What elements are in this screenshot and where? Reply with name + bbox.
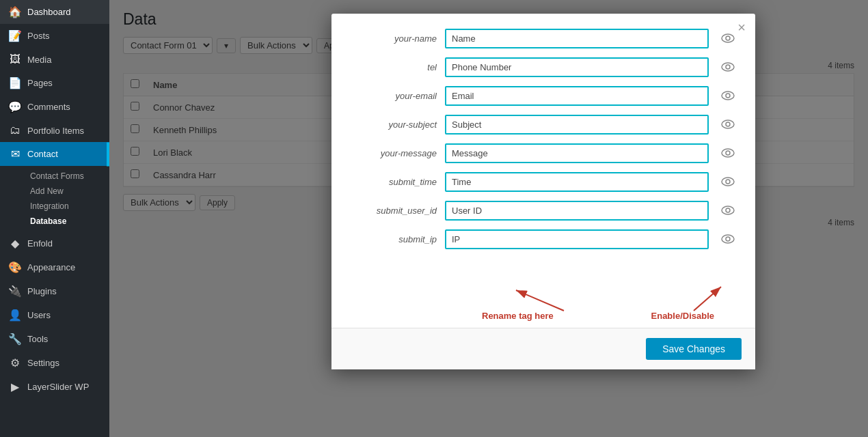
posts-icon: 📝: [8, 29, 22, 42]
layerslider-icon: ▶: [8, 380, 22, 393]
field-input-2[interactable]: [445, 86, 709, 106]
svg-point-1: [726, 36, 730, 40]
eye-button-7[interactable]: [717, 228, 739, 250]
svg-point-2: [722, 63, 734, 71]
sidebar-sub-contact-forms[interactable]: Contact Forms: [25, 169, 109, 184]
sidebar-item-layerslider[interactable]: ▶ LayerSlider WP: [0, 375, 109, 399]
svg-point-10: [722, 178, 734, 186]
modal-field-row-2: your-email: [348, 85, 739, 107]
field-tag-4: your-message: [348, 148, 437, 158]
modal-field-row-0: your-name: [348, 27, 739, 49]
svg-point-7: [726, 122, 730, 126]
sidebar-label-layerslider: LayerSlider WP: [27, 382, 89, 392]
portfolio-icon: 🗂: [8, 124, 22, 137]
svg-line-19: [694, 287, 721, 311]
sidebar-item-pages[interactable]: 📄 Pages: [0, 71, 109, 95]
sidebar: 🏠 Dashboard 📝 Posts 🖼 Media 📄 Pages 💬 Co…: [0, 0, 109, 437]
eye-button-4[interactable]: [717, 142, 739, 164]
modal-close-button[interactable]: ×: [737, 20, 746, 34]
sidebar-sub-integration[interactable]: Integration: [25, 199, 109, 214]
sidebar-label-media: Media: [27, 55, 51, 65]
field-input-5[interactable]: [445, 172, 709, 192]
svg-point-6: [722, 120, 734, 128]
modal-field-row-3: your-subject: [348, 113, 739, 135]
field-tag-7: submit_ip: [348, 234, 437, 244]
eye-button-0[interactable]: [717, 27, 739, 49]
sidebar-item-enfold[interactable]: ◆ Enfold: [0, 231, 109, 255]
svg-point-4: [722, 91, 734, 100]
sidebar-label-enfold: Enfold: [27, 238, 53, 249]
sidebar-label-contact: Contact: [27, 149, 58, 159]
field-tag-0: your-name: [348, 33, 437, 44]
field-tag-1: tel: [348, 62, 437, 72]
contact-icon: ✉: [8, 147, 22, 160]
pages-icon: 📄: [8, 76, 22, 89]
modal: × your-name tel your-email: [331, 14, 755, 369]
eye-button-1[interactable]: [717, 56, 739, 78]
field-input-3[interactable]: [445, 115, 709, 135]
svg-point-5: [726, 94, 730, 98]
svg-point-0: [722, 34, 734, 42]
field-input-0[interactable]: [445, 29, 709, 48]
sidebar-item-dashboard[interactable]: 🏠 Dashboard: [0, 0, 109, 24]
svg-point-13: [726, 208, 730, 212]
media-icon: 🖼: [8, 53, 22, 66]
modal-field-row-7: submit_ip: [348, 228, 739, 250]
save-changes-button[interactable]: Save Changes: [646, 338, 742, 360]
tools-icon: 🔧: [8, 333, 22, 346]
field-input-6[interactable]: [445, 201, 709, 221]
sidebar-item-comments[interactable]: 💬 Comments: [0, 95, 109, 119]
eye-button-5[interactable]: [717, 171, 739, 193]
sidebar-item-contact[interactable]: ✉ Contact: [0, 142, 109, 166]
svg-point-8: [722, 149, 734, 157]
sidebar-item-users[interactable]: 👤 Users: [0, 303, 109, 327]
field-input-4[interactable]: [445, 143, 709, 163]
comments-icon: 💬: [8, 100, 22, 113]
sidebar-label-plugins: Plugins: [27, 286, 57, 296]
sidebar-sub-add-new[interactable]: Add New: [25, 184, 109, 199]
field-input-1[interactable]: [445, 57, 709, 77]
sidebar-label-comments: Comments: [27, 102, 70, 112]
svg-point-3: [726, 65, 730, 69]
modal-container: × your-name tel your-email: [219, 14, 868, 369]
field-input-7[interactable]: [445, 229, 709, 249]
field-tag-2: your-email: [348, 91, 437, 101]
plugins-icon: 🔌: [8, 285, 22, 298]
svg-point-14: [722, 235, 734, 243]
enfold-icon: ◆: [8, 237, 22, 250]
svg-point-12: [722, 206, 734, 214]
field-tag-5: submit_time: [348, 177, 437, 187]
sidebar-item-plugins[interactable]: 🔌 Plugins: [0, 279, 109, 303]
sidebar-label-posts: Posts: [27, 31, 50, 41]
appearance-icon: 🎨: [8, 261, 22, 274]
sidebar-item-posts[interactable]: 📝 Posts: [0, 24, 109, 48]
users-icon: 👤: [8, 309, 22, 322]
svg-point-11: [726, 180, 730, 184]
sidebar-label-portfolio: Portfolio Items: [27, 126, 84, 136]
modal-field-row-5: submit_time: [348, 171, 739, 193]
settings-icon: ⚙: [8, 356, 22, 369]
main-content: Data Contact Form 01 ▾ Bulk Actions Appl…: [109, 0, 868, 437]
sidebar-item-settings[interactable]: ⚙ Settings: [0, 351, 109, 375]
annotation-area: Rename tag here Enable/Disable: [331, 273, 755, 328]
sidebar-sub-contact: Contact Forms Add New Integration Databa…: [0, 166, 109, 231]
sidebar-item-appearance[interactable]: 🎨 Appearance: [0, 255, 109, 279]
eye-button-2[interactable]: [717, 85, 739, 107]
sidebar-label-pages: Pages: [27, 78, 53, 88]
modal-field-row-1: tel: [348, 56, 739, 78]
eye-button-6[interactable]: [717, 199, 739, 221]
sidebar-label-tools: Tools: [27, 334, 48, 344]
eye-button-3[interactable]: [717, 113, 739, 135]
modal-footer: Save Changes: [331, 328, 755, 369]
field-tag-3: your-subject: [348, 119, 437, 130]
sidebar-label-settings: Settings: [27, 358, 59, 368]
sidebar-label-appearance: Appearance: [27, 262, 75, 272]
sidebar-item-media[interactable]: 🖼 Media: [0, 48, 109, 71]
sidebar-sub-database[interactable]: Database: [25, 214, 109, 229]
dashboard-icon: 🏠: [8, 5, 22, 18]
sidebar-item-portfolio[interactable]: 🗂 Portfolio Items: [0, 119, 109, 142]
sidebar-item-tools[interactable]: 🔧 Tools: [0, 327, 109, 351]
modal-field-row-6: submit_user_id: [348, 199, 739, 221]
svg-point-15: [726, 237, 730, 241]
modal-field-row-4: your-message: [348, 142, 739, 164]
